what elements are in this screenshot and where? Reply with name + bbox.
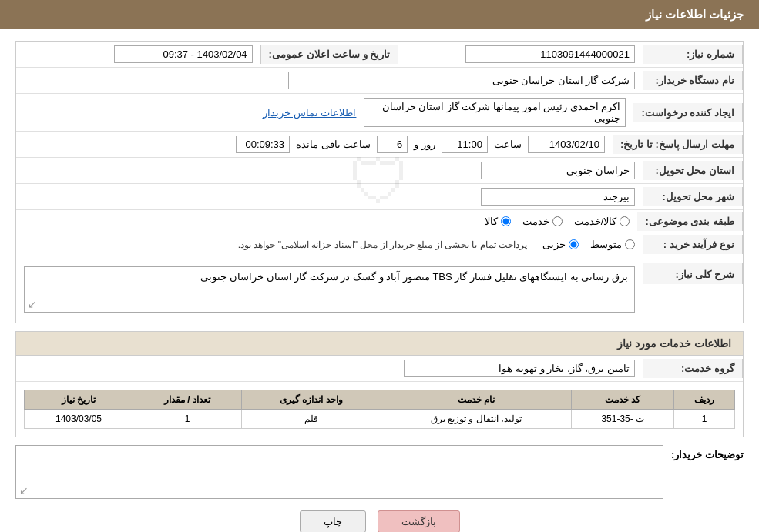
- row-need-number: شماره نیاز: 1103091444000021 تاریخ و ساع…: [16, 42, 743, 68]
- requester-input: اکرم احمدی رئیس امور پیمانها شرکت گاز اس…: [364, 98, 626, 127]
- requester-contact-link[interactable]: اطلاعات تماس خریدار: [263, 107, 356, 119]
- reply-time-input: 11:00: [442, 136, 488, 153]
- category-kala-item: کالا: [485, 216, 511, 227]
- buyer-notes-container: توضیحات خریدار: ↙: [15, 445, 744, 499]
- process-jozvi-item: جزیی: [542, 239, 579, 250]
- col-name: نام خدمت: [381, 390, 572, 410]
- row-reply-deadline: مهلت ارسال پاسخ: تا تاریخ: 1403/02/10 سا…: [16, 132, 743, 158]
- process-motavaset-label: متوسط: [590, 239, 622, 250]
- category-khedmat-radio[interactable]: [552, 216, 563, 226]
- process-radio-group: متوسط جزیی: [542, 239, 635, 250]
- services-table: ردیف کد خدمت نام خدمت واحد اندازه گیری ت…: [24, 390, 735, 429]
- row-service-group: گروه خدمت: تامین برق، گاز، بخار و تهویه …: [16, 356, 743, 382]
- page-title: جزئیات اطلاعات نیاز: [646, 8, 744, 21]
- category-kala-label: کالا: [485, 216, 498, 227]
- category-kala-khedmat-label: کالا/خدمت: [574, 216, 617, 227]
- category-kala-khedmat-radio[interactable]: [620, 216, 630, 226]
- row-category: طبقه بندی موضوعی: کالا/خدمت خدمت: [16, 210, 743, 233]
- category-value: کالا/خدمت خدمت کالا: [16, 212, 637, 231]
- buttons-row: بازگشت چاپ: [15, 510, 744, 532]
- row-requester: ایجاد کننده درخواست: اکرم احمدی رئیس امو…: [16, 94, 743, 132]
- table-cell-name: تولید، انتقال و توزیع برق: [381, 410, 572, 429]
- reply-time-label: ساعت: [494, 139, 522, 150]
- table-cell-code: ت -35-351: [572, 410, 674, 429]
- col-unit: واحد اندازه گیری: [241, 390, 381, 410]
- process-label: نوع فرآیند خرید :: [643, 235, 743, 254]
- description-textarea[interactable]: برق رسانی به ایستگاههای تقلیل فشار گاز T…: [24, 266, 635, 313]
- city-label: شهر محل تحویل:: [643, 187, 743, 206]
- reply-date-input: 1403/02/10: [528, 136, 605, 153]
- resize-handle-icon: ↙: [28, 298, 37, 310]
- category-kala-khedmat-item: کالا/خدمت: [574, 216, 630, 227]
- requester-label: ایجاد کننده درخواست:: [633, 103, 743, 122]
- reply-days-input: 6: [377, 136, 408, 153]
- need-number-value: 1103091444000021: [398, 42, 643, 67]
- process-container: متوسط جزیی پرداخت تمام یا بخشی از مبلغ خ…: [24, 239, 635, 250]
- announce-date-label: تاریخ و ساعت اعلان عمومی:: [260, 45, 399, 64]
- service-group-input: تامین برق، گاز، بخار و تهویه هوا: [404, 360, 635, 377]
- process-motavaset-item: متوسط: [590, 239, 635, 250]
- reply-deadline-label: مهلت ارسال پاسخ: تا تاریخ:: [613, 135, 743, 154]
- main-content: 🛡 شماره نیاز: 1103091444000021 تاریخ و س…: [0, 29, 759, 532]
- province-label: استان محل تحویل:: [643, 161, 743, 180]
- reply-remaining-label: ساعت باقی مانده: [296, 139, 371, 150]
- need-number-input: 1103091444000021: [465, 45, 635, 63]
- process-jozvi-label: جزیی: [542, 239, 566, 250]
- description-text: برق رسانی به ایستگاههای تقلیل فشار گاز T…: [200, 271, 628, 283]
- row-province: استان محل تحویل: خراسان جنوبی: [16, 158, 743, 184]
- buyer-notes-resize-icon: ↙: [19, 484, 29, 497]
- buyer-notes-textarea[interactable]: ↙: [15, 445, 663, 499]
- city-value: بیرجند: [16, 184, 643, 209]
- province-value: خراسان جنوبی: [16, 158, 643, 183]
- process-value: متوسط جزیی پرداخت تمام یا بخشی از مبلغ خ…: [16, 235, 643, 254]
- buyer-org-value: شرکت گاز استان خراسان جنوبی: [16, 68, 643, 93]
- table-row: 1ت -35-351تولید، انتقال و توزیع برققلم11…: [25, 410, 735, 429]
- buyer-org-input: شرکت گاز استان خراسان جنوبی: [288, 72, 635, 89]
- row-process: نوع فرآیند خرید : متوسط جزیی: [16, 233, 743, 256]
- row-description: شرح کلی نیاز: برق رسانی به ایستگاههای تق…: [16, 256, 743, 323]
- services-section: اطلاعات خدمات مورد نیاز گروه خدمت: تامین…: [15, 331, 744, 437]
- service-group-value: تامین برق، گاز، بخار و تهویه هوا: [16, 356, 643, 381]
- province-input: خراسان جنوبی: [481, 162, 635, 179]
- table-cell-quantity: 1: [133, 410, 242, 429]
- table-cell-unit: قلم: [241, 410, 381, 429]
- category-label: طبقه بندی موضوعی:: [637, 212, 743, 231]
- service-group-label: گروه خدمت:: [643, 359, 743, 378]
- requester-value: اکرم احمدی رئیس امور پیمانها شرکت گاز اس…: [16, 94, 633, 131]
- page-header: جزئیات اطلاعات نیاز: [0, 0, 759, 29]
- col-quantity: تعداد / مقدار: [133, 390, 242, 410]
- city-input: بیرجند: [481, 188, 635, 206]
- reply-remaining-input: 00:09:33: [236, 136, 290, 153]
- info-section: 🛡 شماره نیاز: 1103091444000021 تاریخ و س…: [15, 41, 744, 323]
- services-title: اطلاعات خدمات مورد نیاز: [16, 332, 743, 356]
- col-row: ردیف: [674, 390, 735, 410]
- announce-date-value: 1403/02/04 - 09:37: [16, 42, 260, 67]
- col-code: کد خدمت: [572, 390, 674, 410]
- row-buyer-org: نام دستگاه خریدار: شرکت گاز استان خراسان…: [16, 68, 743, 94]
- category-khedmat-label: خدمت: [522, 216, 549, 227]
- table-cell-row: 1: [674, 410, 735, 429]
- buyer-org-label: نام دستگاه خریدار:: [643, 71, 743, 90]
- category-kala-radio[interactable]: [501, 216, 511, 226]
- category-radio-group: کالا/خدمت خدمت کالا: [24, 216, 630, 227]
- need-number-label: شماره نیاز:: [643, 45, 743, 64]
- services-table-container: ردیف کد خدمت نام خدمت واحد اندازه گیری ت…: [16, 382, 743, 437]
- reply-deadline-value: 1403/02/10 ساعت 11:00 روز و 6 ساعت باقی …: [16, 132, 613, 157]
- category-khedmat-item: خدمت: [522, 216, 563, 227]
- page-wrapper: جزئیات اطلاعات نیاز 🛡 شماره نیاز: 110309…: [0, 0, 759, 532]
- process-jozvi-radio[interactable]: [569, 239, 579, 249]
- announce-date-input: 1403/02/04 - 09:37: [114, 45, 253, 63]
- reply-days-label: روز و: [414, 139, 435, 150]
- col-date: تاریخ نیاز: [25, 390, 133, 410]
- back-button[interactable]: بازگشت: [378, 510, 460, 532]
- row-city: شهر محل تحویل: بیرجند: [16, 184, 743, 210]
- table-cell-date: 1403/03/05: [25, 410, 133, 429]
- description-label: شرح کلی نیاز:: [643, 263, 743, 284]
- process-motavaset-radio[interactable]: [625, 239, 635, 249]
- description-value: برق رسانی به ایستگاههای تقلیل فشار گاز T…: [16, 263, 643, 316]
- process-note: پرداخت تمام یا بخشی از مبلغ خریدار از مح…: [238, 239, 527, 250]
- buyer-notes-label: توضیحات خریدار:: [671, 445, 744, 460]
- print-button[interactable]: چاپ: [300, 510, 366, 532]
